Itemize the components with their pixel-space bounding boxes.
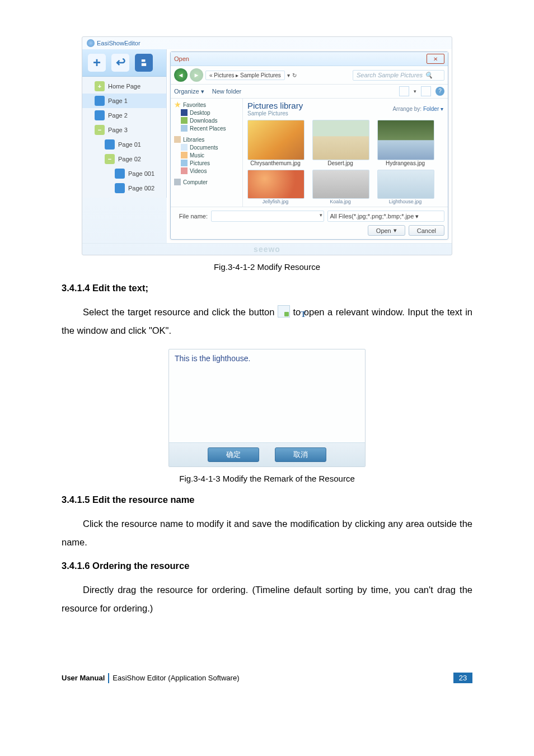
page-tree-item[interactable]: Page 001 — [82, 166, 166, 181]
file-thumb[interactable]: Lighthouse.jpg — [377, 170, 433, 204]
undo-button[interactable] — [111, 54, 129, 72]
expand-icon[interactable]: − — [95, 125, 105, 135]
ok-button[interactable]: 确定 — [208, 447, 259, 462]
svg-rect-1 — [142, 63, 146, 66]
thumbnail-icon — [377, 170, 434, 199]
footer-divider-icon — [108, 673, 109, 683]
open-button[interactable]: Open ▾ — [368, 225, 405, 236]
tree-pictures[interactable]: Pictures — [173, 159, 240, 167]
new-folder-button[interactable]: New folder — [212, 88, 242, 95]
tree-documents[interactable]: Documents — [173, 143, 240, 151]
cancel-button[interactable]: 取消 — [275, 447, 326, 462]
search-icon: 🔍 — [425, 72, 433, 79]
filename-label: File name: — [174, 213, 208, 220]
footer-product: EasiShow Editor (Application Software) — [113, 674, 239, 682]
page-icon — [115, 183, 125, 193]
section-heading: 3.4.1.5 Edit the resource name — [62, 494, 472, 505]
figure-caption: Fig.3-4-1-3 Modify the Remark of the Res… — [62, 474, 472, 483]
open-dialog: Open ✕ ◄ ► « Pictures ▸ Sample Pictures … — [170, 52, 448, 240]
page-tree-item[interactable]: Page 002 — [82, 181, 166, 195]
file-thumb[interactable]: Desert.jpg — [312, 120, 368, 166]
home-page-item[interactable]: Home Page — [108, 83, 140, 90]
page-tree: + Home Page Page 1 Page 2 − Page 3 — [82, 77, 166, 198]
thumbnail-icon — [377, 120, 434, 160]
svg-rect-0 — [142, 59, 146, 62]
brand-logo: seewo — [82, 243, 452, 255]
help-icon[interactable]: ? — [435, 87, 444, 96]
close-button[interactable]: ✕ — [427, 54, 444, 64]
cancel-button[interactable]: Cancel — [409, 225, 444, 236]
file-thumb[interactable]: Hydrangeas.jpg — [377, 120, 433, 166]
preview-pane-button[interactable] — [421, 86, 431, 96]
tree-desktop[interactable]: Desktop — [173, 109, 240, 116]
library-subtitle: Sample Pictures — [247, 110, 303, 116]
remark-dialog-screenshot: This is the lighthouse. 确定 取消 — [168, 349, 366, 467]
tree-libraries[interactable]: Libraries — [173, 136, 240, 143]
page-tree-item[interactable]: − Page 3 — [82, 123, 166, 137]
library-title: Pictures library — [247, 101, 303, 110]
file-thumb[interactable]: Chrysanthemum.jpg — [247, 120, 303, 166]
forward-button[interactable]: ► — [190, 68, 203, 82]
editor-app-icon — [87, 39, 95, 47]
filetype-filter[interactable]: All Files(*.jpg;*.png;*.bmp;*.jpe ▾ — [327, 211, 445, 222]
page-icon — [105, 139, 115, 150]
thumbnail-icon — [247, 120, 305, 160]
back-button[interactable]: ◄ — [174, 68, 188, 82]
save-button[interactable] — [135, 54, 153, 72]
page-tree-item[interactable]: Page 2 — [82, 108, 166, 123]
tree-recent[interactable]: Recent Places — [173, 124, 240, 132]
page-tree-item[interactable]: Page 01 — [82, 137, 166, 152]
expand-icon[interactable]: − — [105, 154, 115, 164]
tree-downloads[interactable]: Downloads — [173, 116, 240, 124]
section-heading: 3.4.1.6 Ordering the resource — [62, 561, 472, 571]
breadcrumb[interactable]: « Pictures ▸ Sample Pictures — [205, 71, 285, 80]
arrange-by-dropdown[interactable]: Folder ▾ — [423, 106, 443, 112]
remark-textarea[interactable]: This is the lighthouse. — [169, 349, 365, 442]
expand-icon[interactable]: + — [95, 81, 105, 91]
body-paragraph: Select the target resource and click the… — [62, 303, 472, 340]
section-heading: 3.4.1.4 Edit the text; — [62, 283, 472, 293]
page-footer: User Manual EasiShow Editor (Application… — [62, 673, 472, 683]
thumbnail-icon — [247, 170, 305, 199]
thumbnail-icon — [312, 120, 369, 160]
open-dialog-title: Open — [174, 55, 189, 62]
folder-tree: Favorites Desktop Downloads Recent Place… — [171, 99, 243, 207]
page-icon — [95, 110, 105, 120]
tree-music[interactable]: Music — [173, 151, 240, 159]
footer-manual: User Manual — [62, 674, 105, 682]
file-thumb[interactable]: Jellyfish.jpg — [247, 170, 303, 204]
tree-favorites[interactable]: Favorites — [173, 101, 240, 109]
edit-text-icon — [278, 305, 290, 318]
body-paragraph: Directly drag the resource for ordering.… — [62, 581, 472, 618]
tree-computer[interactable]: Computer — [173, 178, 240, 186]
organize-menu[interactable]: Organize ▾ — [174, 88, 204, 95]
page-number: 23 — [453, 673, 472, 683]
page-tree-item[interactable]: − Page 02 — [82, 152, 166, 166]
tree-videos[interactable]: Videos — [173, 167, 240, 175]
add-page-button[interactable]: + — [88, 54, 106, 72]
filename-input[interactable]: ▾ — [211, 211, 324, 222]
file-thumb[interactable]: Koala.jpg — [312, 170, 368, 204]
figure-caption: Fig.3-4-1-2 Modify Resource — [62, 262, 472, 272]
view-mode-button[interactable] — [399, 86, 409, 96]
thumbnail-icon — [312, 170, 369, 199]
editor-window-title: EasiShowEditor — [97, 40, 140, 46]
page-icon — [115, 169, 125, 179]
page-icon — [95, 96, 105, 106]
search-input[interactable]: Search Sample Pictures 🔍 — [353, 70, 444, 81]
page-tree-item[interactable]: Page 1 — [82, 94, 166, 108]
arrange-label: Arrange by: — [392, 106, 421, 112]
body-paragraph: Click the resource name to modify it and… — [62, 515, 472, 552]
editor-screenshot: EasiShowEditor i ⏻ + — [82, 36, 452, 255]
